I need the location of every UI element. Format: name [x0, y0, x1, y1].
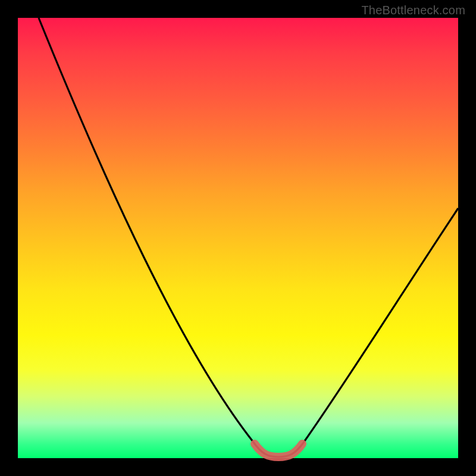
bottleneck-curve — [18, 18, 458, 458]
curve-path — [39, 18, 458, 457]
green-band-highlight — [255, 444, 302, 457]
watermark-text: TheBottleneck.com — [361, 4, 465, 17]
chart-plot-area — [18, 18, 458, 458]
